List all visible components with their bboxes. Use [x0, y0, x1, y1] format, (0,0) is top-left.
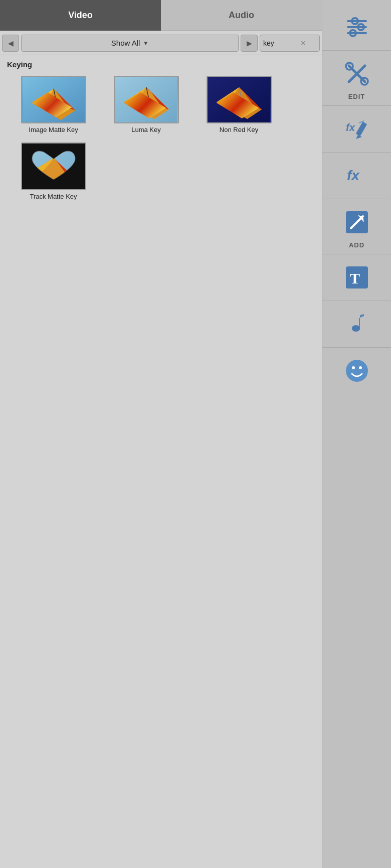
search-box[interactable]: ✕: [260, 35, 320, 52]
sidebar: EDIT fx fx: [322, 0, 391, 868]
title-icon[interactable]: T: [339, 259, 375, 296]
svg-point-40: [352, 326, 360, 332]
svg-text:fx: fx: [347, 168, 360, 183]
svg-text:fx: fx: [346, 122, 355, 133]
search-clear-button[interactable]: ✕: [300, 39, 306, 47]
effect-label-track-matte-key: Track Matte Key: [30, 193, 77, 200]
effect-thumb-luma-key: [114, 76, 179, 123]
category-label: Keying: [0, 55, 322, 72]
tab-audio-label: Audio: [229, 10, 254, 21]
effect-item-non-red-key[interactable]: Non Red Key: [192, 76, 285, 133]
fx-icon[interactable]: fx: [339, 158, 375, 194]
svg-rect-10: [208, 77, 270, 122]
svg-rect-0: [22, 77, 85, 122]
tab-video[interactable]: Video: [0, 0, 161, 31]
main-panel: Video Audio ◀ Show All ▼ ▶ ✕ Keying: [0, 0, 322, 868]
dropdown-arrow-icon: ▼: [143, 40, 148, 46]
effect-label-luma-key: Luma Key: [131, 126, 161, 133]
sidebar-group-add: ADD: [322, 199, 391, 254]
sidebar-group-fx: fx: [322, 153, 391, 199]
toolbar-row: ◀ Show All ▼ ▶ ✕: [0, 31, 322, 55]
tab-audio[interactable]: Audio: [161, 0, 322, 31]
effects-scroll-area[interactable]: Image Matte Key: [0, 72, 322, 868]
prev-button[interactable]: ◀: [2, 35, 19, 52]
svg-rect-31: [355, 121, 367, 136]
emoji-icon[interactable]: [339, 353, 375, 389]
effect-item-track-matte-key[interactable]: Track Matte Key: [7, 142, 100, 200]
show-all-button[interactable]: Show All ▼: [21, 35, 239, 52]
next-button[interactable]: ▶: [241, 35, 258, 52]
next-arrow-icon: ▶: [247, 39, 252, 47]
edit-label: EDIT: [348, 93, 365, 100]
search-input[interactable]: [263, 39, 298, 47]
effect-label-non-red-key: Non Red Key: [220, 126, 258, 133]
effect-label-image-matte-key: Image Matte Key: [29, 126, 78, 133]
prev-arrow-icon: ◀: [8, 39, 14, 47]
panel-content: Keying: [0, 55, 322, 868]
tabs-bar: Video Audio: [0, 0, 322, 31]
add-label: ADD: [349, 241, 364, 249]
svg-point-42: [352, 366, 355, 369]
sidebar-group-transitions: [322, 4, 391, 51]
effect-thumb-non-red-key: [207, 76, 272, 123]
show-all-label: Show All: [111, 39, 140, 47]
sidebar-group-title: T: [322, 254, 391, 301]
music-icon[interactable]: [339, 306, 375, 342]
svg-point-43: [359, 366, 362, 369]
svg-marker-32: [356, 135, 362, 139]
svg-text:T: T: [350, 270, 360, 286]
sidebar-group-music: [322, 301, 391, 348]
add-icon[interactable]: [339, 204, 375, 240]
transitions-icon[interactable]: [339, 9, 375, 45]
svg-point-41: [346, 360, 368, 382]
effect-item-luma-key[interactable]: Luma Key: [100, 76, 192, 133]
fx-pencil-icon[interactable]: fx: [339, 111, 375, 147]
sidebar-group-fx-pencil: fx: [322, 106, 391, 153]
svg-rect-5: [115, 77, 177, 122]
effect-item-image-matte-key[interactable]: Image Matte Key: [7, 76, 100, 133]
sidebar-group-emoji: [322, 348, 391, 394]
tab-video-label: Video: [68, 10, 93, 21]
tools-icon[interactable]: [339, 56, 375, 92]
effect-thumb-image-matte-key: [21, 76, 86, 123]
sidebar-group-tools: EDIT: [322, 51, 391, 106]
effects-grid: Image Matte Key: [0, 72, 322, 868]
effect-thumb-track-matte-key: [21, 142, 86, 190]
